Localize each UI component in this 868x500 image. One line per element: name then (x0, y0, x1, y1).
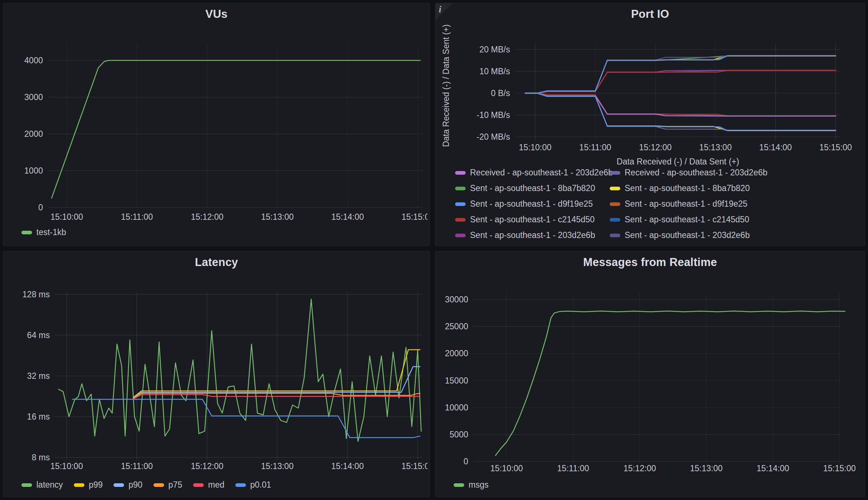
legend-item[interactable]: latency (21, 480, 63, 490)
legend-item[interactable]: Received - ap-southeast-1 - 203d2e6b (455, 169, 610, 178)
legend-item[interactable]: p0.01 (235, 480, 271, 490)
x-tick-label: 15:12:00 (624, 464, 656, 473)
y-tick-label: 30000 (445, 295, 468, 304)
legend-series-label: med (208, 480, 224, 490)
y-tick-label: 5000 (450, 430, 468, 439)
legend-series-label: Received - ap-southeast-1 - 203d2e6b (625, 169, 768, 178)
y-tick-label: 20 MB/s (479, 45, 510, 54)
x-axis-label: Data Received (-) / Data Sent (+) (617, 157, 739, 166)
panel-title-vus[interactable]: VUs (3, 8, 430, 21)
legend-series-label: Sent - ap-southeast-1 - d9f19e25 (625, 199, 748, 209)
x-tick-label: 15:14:00 (331, 212, 364, 222)
legend-item[interactable]: Sent - ap-southeast-1 - 8ba7b820 (455, 183, 610, 193)
legend-series-color-chip (455, 187, 466, 190)
y-tick-label: 10000 (445, 403, 468, 412)
x-tick-label: 15:14:00 (331, 461, 364, 471)
legend-item[interactable]: Sent - ap-southeast-1 - 203d2e6b (610, 230, 861, 240)
legend-series-color-chip (610, 187, 620, 190)
legend-series-color-chip (21, 483, 32, 487)
x-tick-label: 15:13:00 (261, 212, 294, 222)
legend-item[interactable]: p99 (74, 480, 103, 490)
series-line (525, 93, 836, 131)
series-line (495, 311, 845, 456)
latency-legend: latencyp99p90p75medp0.01 (21, 480, 271, 490)
legend-series-color-chip (610, 234, 620, 237)
x-tick-label: 15:10:00 (50, 461, 83, 471)
legend-item[interactable]: Received - ap-southeast-1 - 203d2e6b (610, 169, 861, 178)
series-line (134, 393, 420, 398)
y-tick-label: 20000 (445, 349, 468, 358)
legend-series-label: p99 (89, 480, 103, 490)
x-tick-label: 15:12:00 (639, 143, 672, 152)
panel-title-port-io[interactable]: Port IO (435, 8, 865, 21)
port-io-legend: Received - ap-southeast-1 - 203d2e6bSent… (455, 169, 861, 243)
legend-series-color-chip (74, 483, 84, 487)
panel-latency: Latency 8 ms16 ms32 ms64 ms128 ms15:10:0… (3, 251, 430, 497)
y-tick-label: 4000 (24, 56, 43, 65)
x-tick-label: 15:10:00 (519, 143, 552, 152)
y-tick-label: 15000 (445, 376, 468, 385)
legend-series-label: Sent - ap-southeast-1 - 8ba7b820 (470, 183, 595, 193)
series-line (59, 299, 421, 441)
legend-series-label: Received - ap-southeast-1 - 203d2e6b (470, 169, 613, 178)
y-tick-label: 1000 (24, 166, 43, 175)
y-tick-label: 0 (38, 203, 43, 212)
series-line (525, 70, 836, 93)
latency-chart[interactable]: 8 ms16 ms32 ms64 ms128 ms15:10:0015:11:0… (6, 270, 427, 479)
x-tick-label: 15:15:00 (401, 461, 427, 471)
y-tick-label: 64 ms (27, 330, 50, 340)
legend-item[interactable]: Sent - ap-southeast-1 - d9f19e25 (455, 199, 610, 209)
y-tick-label: 0 B/s (491, 88, 510, 98)
panel-info-corner[interactable]: i (435, 3, 452, 20)
panel-title-latency[interactable]: Latency (3, 256, 430, 269)
legend-series-label: msgs (469, 480, 489, 490)
legend-series-label: Sent - ap-southeast-1 - 8ba7b820 (625, 183, 750, 193)
legend-item[interactable]: p90 (114, 480, 142, 490)
x-tick-label: 15:15:00 (823, 464, 856, 473)
y-tick-label: 2000 (24, 129, 43, 139)
x-tick-label: 15:10:00 (490, 464, 523, 473)
legend-series-color-chip (455, 218, 466, 222)
legend-series-color-chip (114, 483, 124, 487)
legend-item[interactable]: Sent - ap-southeast-1 - c2145d50 (455, 215, 610, 225)
legend-series-label: Sent - ap-southeast-1 - d9f19e25 (470, 199, 593, 209)
legend-series-color-chip (455, 202, 466, 206)
x-tick-label: 15:11:00 (121, 212, 153, 222)
legend-series-color-chip (21, 231, 32, 234)
series-line (525, 56, 836, 93)
y-tick-label: 10 MB/s (479, 67, 510, 76)
legend-item[interactable]: med (193, 480, 224, 490)
y-tick-label: 32 ms (27, 371, 50, 381)
legend-item[interactable]: test-1kb (21, 227, 66, 237)
legend-item[interactable]: msgs (454, 480, 489, 490)
legend-series-label: Sent - ap-southeast-1 - 203d2e6b (625, 230, 750, 240)
y-tick-label: 8 ms (32, 453, 50, 462)
y-tick-label: 25000 (445, 322, 468, 331)
legend-series-label: latency (36, 480, 63, 490)
legend-series-label: p90 (128, 480, 142, 490)
legend-series-color-chip (455, 234, 466, 237)
legend-item[interactable]: p75 (154, 480, 182, 490)
vus-chart[interactable]: 0100020003000400015:10:0015:11:0015:12:0… (6, 22, 427, 226)
x-tick-label: 15:15:00 (402, 212, 427, 222)
legend-item[interactable]: Sent - ap-southeast-1 - d9f19e25 (610, 199, 861, 209)
legend-series-label: Sent - ap-southeast-1 - c2145d50 (470, 215, 595, 225)
x-tick-label: 15:12:00 (191, 212, 224, 222)
legend-item[interactable]: Sent - ap-southeast-1 - 8ba7b820 (610, 183, 861, 193)
panel-title-messages[interactable]: Messages from Realtime (435, 256, 865, 269)
y-tick-label: 128 ms (23, 290, 50, 299)
x-tick-label: 15:13:00 (690, 464, 723, 473)
y-tick-label: 3000 (24, 92, 43, 102)
series-line (525, 56, 836, 93)
legend-item[interactable]: Sent - ap-southeast-1 - c2145d50 (610, 215, 861, 225)
messages-chart[interactable]: 05000100001500020000250003000015:10:0015… (438, 270, 863, 479)
y-tick-label: 16 ms (27, 412, 50, 421)
legend-series-color-chip (610, 218, 620, 222)
legend-series-label: p0.01 (250, 480, 271, 490)
series-line (52, 60, 420, 198)
x-tick-label: 15:11:00 (121, 461, 153, 471)
legend-item[interactable]: Sent - ap-southeast-1 - 203d2e6b (455, 230, 610, 240)
panel-port-io: i Port IO Data Received (-) / Data Sent … (435, 3, 865, 246)
series-line (525, 56, 836, 93)
port-io-chart[interactable]: 20 MB/s10 MB/s0 B/s-10 MB/s-20 MB/s15:10… (438, 22, 863, 168)
